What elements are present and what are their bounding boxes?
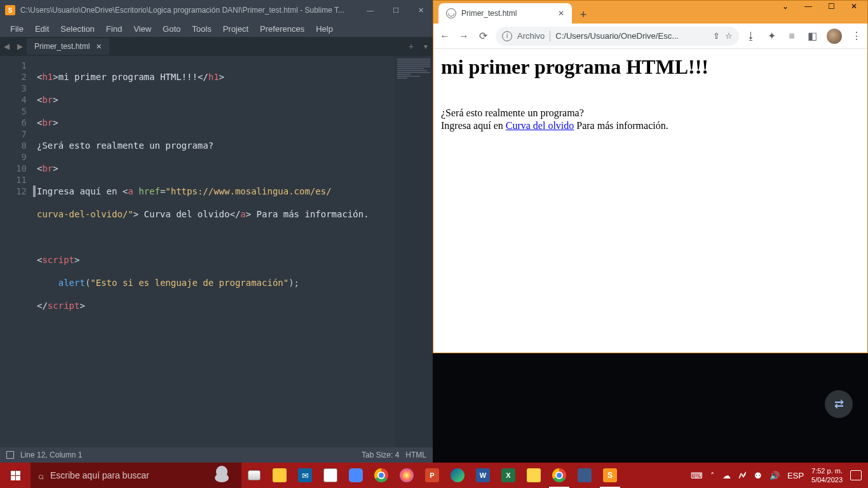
- bookmark-icon[interactable]: ☆: [725, 31, 733, 41]
- app-icon[interactable]: [572, 463, 597, 488]
- system-tray: ⌨ ˄ ☁ 🗲 ⚉ 🔊 ESP 7:52 p. m. 5/04/2023: [684, 466, 868, 484]
- file-explorer-icon[interactable]: [267, 463, 292, 488]
- sublime-logo-icon: S: [5, 5, 15, 15]
- tab-label: Primer_test.html: [34, 42, 90, 51]
- tab-nav-back[interactable]: ◀: [0, 42, 13, 51]
- windows-logo-icon: [11, 471, 20, 480]
- menu-help[interactable]: Help: [311, 23, 338, 35]
- clock[interactable]: 7:52 p. m. 5/04/2023: [811, 466, 843, 484]
- chrome-taskbar-icon[interactable]: [546, 463, 572, 488]
- paint-icon[interactable]: [394, 463, 419, 488]
- code-editor[interactable]: <h1>mi primer programa HTML!!!</h1> <br>…: [33, 56, 395, 447]
- tab-close-icon[interactable]: ✕: [96, 43, 102, 51]
- sublime-titlebar[interactable]: S C:\Users\Usuario\OneDrive\Escritorio\L…: [0, 0, 433, 20]
- cursor: [33, 186, 36, 197]
- mail-icon[interactable]: ✉: [292, 463, 318, 488]
- menu-find[interactable]: Find: [101, 23, 127, 35]
- line-number: 4: [0, 94, 27, 105]
- panel-switcher-icon[interactable]: [6, 451, 14, 459]
- line-number: 2: [0, 71, 27, 83]
- menu-view[interactable]: View: [128, 23, 156, 35]
- sidepanel-icon[interactable]: ◧: [806, 30, 818, 42]
- tab-size[interactable]: Tab Size: 4: [362, 451, 399, 459]
- tab-nav-forward[interactable]: ▶: [13, 42, 27, 51]
- back-button[interactable]: ←: [438, 30, 451, 43]
- line-gutter[interactable]: 1 2 3 4 5 6 7 8 9 10 11 12: [0, 56, 33, 447]
- onedrive-icon[interactable]: ☁: [722, 471, 731, 480]
- sticky-notes-icon[interactable]: [521, 463, 546, 488]
- wifi-icon[interactable]: ⚉: [754, 471, 762, 480]
- close-button[interactable]: ✕: [414, 4, 428, 17]
- line-number: 12: [0, 186, 27, 197]
- store-icon[interactable]: [318, 463, 343, 488]
- line-number: 11: [0, 174, 27, 186]
- menu-file[interactable]: File: [5, 23, 29, 35]
- edge-icon[interactable]: [445, 463, 470, 488]
- menu-goto[interactable]: Goto: [158, 23, 186, 35]
- taskbar-search[interactable]: ⌕ Escribe aquí para buscar: [31, 463, 241, 488]
- menu-preferences[interactable]: Preferences: [255, 23, 309, 35]
- page-content: mi primer programa HTML!!! ¿Será esto re…: [433, 49, 867, 353]
- tab-dropdown-icon[interactable]: ▼: [419, 43, 433, 50]
- close-button[interactable]: ✕: [844, 0, 864, 13]
- minimize-button[interactable]: —: [363, 4, 377, 17]
- line-number: 9: [0, 151, 27, 163]
- status-bar: Line 12, Column 1 Tab Size: 4 HTML: [0, 447, 433, 463]
- page-link[interactable]: Curva del olvido: [506, 120, 574, 131]
- share-icon[interactable]: ⇧: [713, 31, 720, 41]
- taskbar-apps: ✉ P W X S: [241, 463, 623, 488]
- minimize-button[interactable]: —: [799, 0, 818, 13]
- menu-icon[interactable]: ⋮: [851, 30, 862, 42]
- clock-time: 7:52 p. m.: [811, 466, 843, 475]
- excel-icon[interactable]: X: [496, 463, 521, 488]
- line-number: 3: [0, 83, 27, 94]
- tab-close-icon[interactable]: ✕: [558, 9, 564, 18]
- omnibox[interactable]: i Archivo C:/Users/Usuario/OneDrive/Esc.…: [496, 27, 739, 46]
- browser-tab[interactable]: Primer_test.html ✕: [438, 3, 572, 24]
- word-icon[interactable]: W: [470, 463, 496, 488]
- powerpoint-icon[interactable]: P: [419, 463, 445, 488]
- menu-edit[interactable]: Edit: [30, 23, 54, 35]
- chrome-icon[interactable]: [369, 463, 394, 488]
- download-icon[interactable]: ⭳: [745, 30, 757, 42]
- file-tab[interactable]: Primer_test.html ✕: [27, 38, 109, 55]
- volume-icon[interactable]: 🔊: [770, 471, 780, 480]
- notifications-icon[interactable]: [850, 470, 862, 480]
- zoom-icon[interactable]: [343, 463, 369, 488]
- forward-button[interactable]: →: [458, 30, 470, 43]
- edge-sidebar-fab[interactable]: ⇄: [825, 390, 853, 418]
- language-indicator[interactable]: ESP: [787, 471, 804, 480]
- syntax-label[interactable]: HTML: [405, 451, 426, 459]
- tab-bar: ◀ ▶ Primer_test.html ✕ + ▼: [0, 37, 433, 56]
- sublime-taskbar-icon[interactable]: S: [597, 463, 623, 488]
- page-text: Para más información.: [574, 120, 668, 131]
- profile-avatar[interactable]: [827, 29, 842, 44]
- cursor-position[interactable]: Line 12, Column 1: [20, 451, 82, 459]
- task-view-icon[interactable]: [241, 463, 267, 488]
- line-number: 8: [0, 140, 27, 151]
- info-icon[interactable]: i: [502, 31, 512, 41]
- maximize-button[interactable]: ☐: [389, 4, 403, 17]
- url-scheme: Archivo: [517, 31, 545, 41]
- clock-date: 5/04/2023: [811, 475, 843, 484]
- menu-selection[interactable]: Selection: [55, 23, 99, 35]
- start-button[interactable]: [0, 463, 31, 488]
- page-heading: mi primer programa HTML!!!: [441, 55, 860, 79]
- reload-button[interactable]: ⟳: [477, 30, 489, 43]
- keyboard-icon[interactable]: ⌨: [691, 471, 703, 480]
- maximize-button[interactable]: ☐: [822, 0, 841, 13]
- url-path: C:/Users/Usuario/OneDrive/Esc...: [555, 31, 708, 41]
- cortana-bird-icon: [210, 466, 234, 485]
- chrome-tabbar[interactable]: Primer_test.html ✕ + ⌄ — ☐ ✕: [433, 1, 867, 24]
- menu-project[interactable]: Project: [218, 23, 254, 35]
- battery-icon[interactable]: 🗲: [738, 471, 747, 480]
- line-number: 7: [0, 128, 27, 140]
- reading-list-icon[interactable]: ≡: [786, 30, 797, 42]
- tray-overflow-icon[interactable]: ˄: [710, 471, 715, 480]
- chevron-down-icon[interactable]: ⌄: [776, 0, 795, 13]
- new-tab-button[interactable]: +: [574, 6, 592, 24]
- new-tab-button[interactable]: +: [403, 41, 419, 51]
- menu-tools[interactable]: Tools: [187, 23, 216, 35]
- extensions-icon[interactable]: ✦: [766, 30, 777, 42]
- minimap[interactable]: [395, 56, 433, 447]
